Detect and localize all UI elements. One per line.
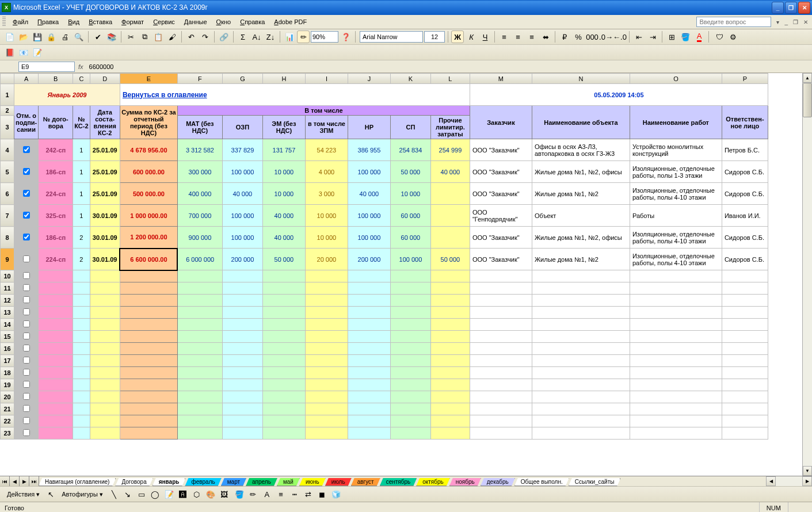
tab-nav-last-button[interactable]: ⏭ [29, 476, 39, 486]
col-header-H[interactable]: H [262, 74, 305, 84]
cell[interactable] [430, 227, 470, 249]
scroll-up-button[interactable]: ▲ [803, 73, 812, 83]
cell[interactable]: 3 312 582 [177, 139, 222, 161]
cell[interactable] [73, 295, 90, 307]
cell[interactable] [630, 319, 722, 331]
cell[interactable] [73, 367, 90, 379]
cell[interactable] [222, 367, 262, 379]
cell[interactable] [90, 331, 120, 343]
cell[interactable]: Жилые дома №1, №2, офисы [532, 161, 630, 183]
cell[interactable]: 50 000 [390, 161, 430, 183]
cell[interactable] [470, 355, 532, 367]
row-header-1[interactable]: 1 [1, 84, 14, 106]
cell[interactable]: Изоляционные, отделочные работы, полы 4-… [630, 249, 722, 270]
cell[interactable] [222, 319, 262, 331]
cell[interactable] [73, 307, 90, 319]
sheet-tab-июль[interactable]: июль [325, 478, 352, 486]
cell[interactable] [262, 391, 305, 403]
cell[interactable] [39, 331, 73, 343]
cell[interactable]: ООО "Генподрядчик" [470, 205, 532, 227]
wordart-button[interactable]: 🅰 [177, 488, 189, 500]
font-size-select[interactable] [424, 31, 445, 43]
fx-button[interactable]: fx [75, 63, 87, 70]
3d-button[interactable]: 🧊 [330, 488, 342, 500]
row-header-8[interactable]: 8 [1, 227, 14, 249]
cell[interactable] [39, 319, 73, 331]
chart-button[interactable]: 📊 [283, 30, 296, 43]
col-header-F[interactable]: F [177, 74, 222, 84]
cell[interactable] [262, 367, 305, 379]
row-header-14[interactable]: 14 [1, 319, 14, 331]
sheet-tab-март[interactable]: март [221, 478, 246, 486]
sheet-tab-июнь[interactable]: июнь [299, 478, 326, 486]
cell-chk[interactable] [14, 249, 39, 270]
cell[interactable]: 25.01.09 [90, 139, 120, 161]
sheet-tab-ноябрь[interactable]: ноябрь [449, 478, 481, 486]
sort-desc-button[interactable]: Z↓ [264, 30, 277, 43]
tab-nav-next-button[interactable]: ▶ [20, 476, 29, 486]
row-header-9[interactable]: 9 [1, 249, 14, 270]
diagram-button[interactable]: ⬡ [190, 488, 203, 500]
cell[interactable]: 10 000 [305, 227, 348, 249]
cell[interactable] [262, 331, 305, 343]
cell[interactable]: 224-сп [39, 249, 73, 270]
cell[interactable] [305, 415, 348, 427]
cell[interactable]: 337 829 [222, 139, 262, 161]
cell[interactable] [305, 270, 348, 282]
cell[interactable] [177, 319, 222, 331]
help-search-input[interactable] [696, 17, 771, 27]
cell[interactable] [177, 343, 222, 355]
menu-вид[interactable]: Вид [63, 17, 84, 27]
cell[interactable] [722, 367, 768, 379]
currency-button[interactable]: ₽ [558, 30, 571, 43]
cell-chk[interactable] [14, 379, 39, 391]
row-header-3[interactable]: 3 [1, 116, 14, 139]
cell[interactable] [305, 282, 348, 295]
cell[interactable] [262, 282, 305, 295]
cell[interactable] [430, 270, 470, 282]
cell[interactable] [177, 427, 222, 440]
cell-chk[interactable] [14, 295, 39, 307]
vertical-scrollbar[interactable]: ▲ ▼ [802, 73, 812, 476]
cell[interactable] [305, 403, 348, 415]
cell[interactable]: Жилые дома №1, №2 [532, 249, 630, 270]
cell[interactable] [630, 343, 722, 355]
fill-color-button[interactable]: 🪣 [233, 488, 246, 500]
cell[interactable] [90, 403, 120, 415]
cell[interactable] [348, 282, 390, 295]
cell[interactable] [630, 391, 722, 403]
cell[interactable]: Офисы в осях А3-Л3, автопарковка в осях … [532, 139, 630, 161]
cell[interactable] [430, 391, 470, 403]
arrow-button[interactable]: ↘ [121, 488, 134, 500]
col-header-P[interactable]: P [722, 74, 768, 84]
cell[interactable]: 50 000 [430, 249, 470, 270]
cell[interactable] [262, 355, 305, 367]
cell[interactable] [120, 319, 177, 331]
cell[interactable] [390, 319, 430, 331]
cell[interactable] [120, 295, 177, 307]
cell[interactable] [348, 270, 390, 282]
tab-nav-first-button[interactable]: ⏮ [0, 476, 10, 486]
cell[interactable] [630, 355, 722, 367]
minimize-button[interactable]: _ [772, 2, 784, 14]
bold-button[interactable]: Ж [451, 30, 464, 43]
col-header-G[interactable]: G [222, 74, 262, 84]
cell-chk[interactable] [14, 403, 39, 415]
cell[interactable] [120, 367, 177, 379]
cell[interactable] [430, 331, 470, 343]
cell[interactable] [630, 367, 722, 379]
cell[interactable]: 50 000 [262, 249, 305, 270]
row-header-6[interactable]: 6 [1, 183, 14, 205]
cell[interactable]: ООО "Заказчик" [470, 139, 532, 161]
cell[interactable] [722, 427, 768, 440]
cell[interactable] [390, 307, 430, 319]
cell[interactable] [722, 282, 768, 295]
cell-chk[interactable] [14, 282, 39, 295]
horizontal-scrollbar[interactable]: ◀ ▶ [766, 476, 812, 486]
cell[interactable] [470, 270, 532, 282]
cell[interactable] [305, 427, 348, 440]
cell[interactable] [390, 403, 430, 415]
cell[interactable] [262, 379, 305, 391]
cell[interactable] [222, 295, 262, 307]
menu-данные[interactable]: Данные [180, 17, 212, 27]
